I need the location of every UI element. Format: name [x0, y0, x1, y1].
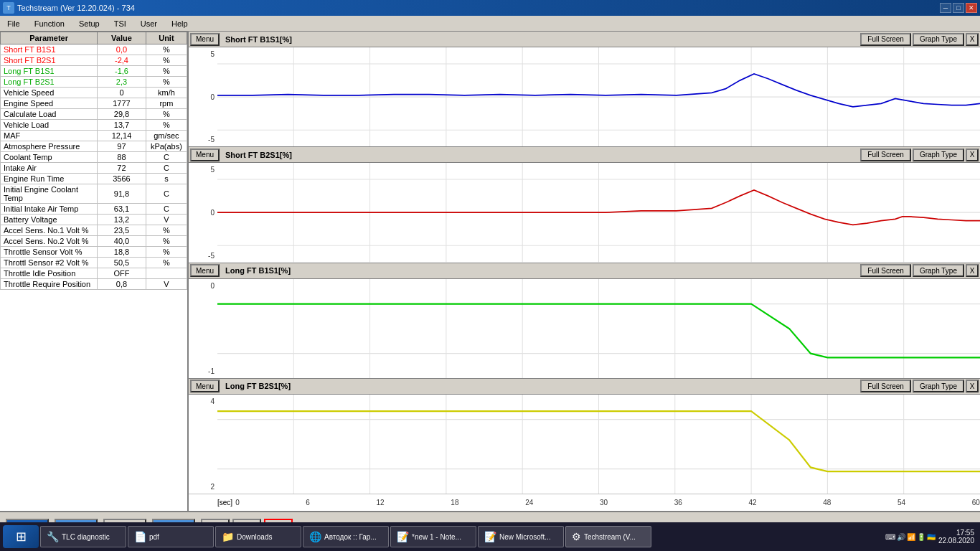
graph1-svg — [217, 47, 980, 146]
menu-help[interactable]: Help — [167, 18, 192, 29]
taskbar-pdf[interactable]: 📄 pdf — [128, 526, 214, 547]
graph3-svg — [217, 279, 980, 378]
tray-icon-5: 🇺🇦 — [927, 533, 936, 541]
graph2-close-button[interactable]: X — [966, 149, 979, 161]
graph1-title: Short FT B1S1[%] — [225, 35, 292, 44]
param-unit-cell: C — [146, 163, 187, 174]
table-row: Engine Run Time3566s — [1, 174, 187, 184]
menu-tsi[interactable]: TSI — [110, 18, 131, 29]
param-value-cell: 18,8 — [98, 247, 146, 258]
minimize-button[interactable]: ─ — [940, 3, 951, 13]
graph2-svg — [217, 163, 980, 262]
title-bar-buttons: ─ □ ✕ — [940, 3, 977, 13]
param-value-cell: -2,4 — [98, 55, 146, 66]
taskbar: ⊞ 🔧 TLC diagnostic 📄 pdf 📁 Downloads 🌐 А… — [0, 522, 980, 551]
graph2-area: 5 0 -5 — [189, 163, 980, 262]
menu-file[interactable]: File — [3, 18, 24, 29]
parameter-table-panel: Parameter Value Unit Short FT B1S10,0%Sh… — [0, 32, 189, 511]
param-unit-cell: % — [146, 109, 187, 120]
table-row: Throttle Sensor Volt %18,8% — [1, 247, 187, 258]
tray-icon-2: 🔊 — [897, 533, 905, 541]
param-name-cell: Vehicle Speed — [1, 88, 98, 98]
param-value-cell: 13,7 — [98, 120, 146, 131]
menu-bar: File Function Setup TSI User Help — [0, 16, 980, 32]
param-value-cell: -1,6 — [98, 66, 146, 77]
graph1-graphtype-button[interactable]: Graph Type — [913, 33, 964, 46]
time-tick-36: 36 — [674, 499, 682, 507]
graph4-area: 4 2 — [189, 395, 980, 494]
taskbar-tlc-label: TLC diagnostic — [62, 533, 110, 541]
graph-row-2: Menu Short FT B2S1[%] Full Screen Graph … — [189, 147, 980, 263]
taskbar-browser-label: Автодок :: Гар... — [324, 533, 377, 541]
taskbar-note1[interactable]: 📝 *new 1 - Note... — [390, 526, 476, 547]
graph2-menu-button[interactable]: Menu — [190, 149, 220, 161]
taskbar-note1-label: *new 1 - Note... — [412, 533, 461, 541]
param-value-cell: 0,0 — [98, 44, 146, 55]
table-row: Intake Air72C — [1, 163, 187, 174]
graph4-plot — [217, 395, 980, 494]
param-value-cell: 0,8 — [98, 279, 146, 290]
taskbar-browser[interactable]: 🌐 Автодок :: Гар... — [303, 526, 389, 547]
graph1-plot — [217, 47, 980, 146]
param-value-cell: OFF — [98, 268, 146, 279]
clock-date: 22.08.2020 — [938, 537, 974, 545]
param-name-cell: Coolant Temp — [1, 152, 98, 163]
title-bar-left: T Techstream (Ver 12.20.024) - 734 — [3, 2, 135, 14]
graph4-fullscreen-button[interactable]: Full Screen — [860, 380, 911, 392]
clock-display: 17:55 22.08.2020 — [938, 529, 974, 545]
taskbar-word[interactable]: 📝 New Microsoft... — [478, 526, 564, 547]
graph3-title: Long FT B1S1[%] — [225, 266, 291, 275]
graph4-menu-button[interactable]: Menu — [190, 380, 220, 392]
start-button[interactable]: ⊞ — [3, 525, 39, 548]
table-row: Vehicle Speed0km/h — [1, 88, 187, 98]
taskbar-note1-icon: 📝 — [397, 531, 409, 542]
taskbar-pdf-label: pdf — [149, 533, 159, 541]
graph1-area: 5 0 -5 — [189, 47, 980, 146]
col-header-value: Value — [98, 32, 146, 44]
close-button[interactable]: ✕ — [966, 3, 977, 13]
graph2-graphtype-button[interactable]: Graph Type — [913, 149, 964, 161]
graph1-fullscreen-button[interactable]: Full Screen — [860, 33, 911, 46]
time-axis-label: [sec] — [217, 499, 232, 507]
graph4-close-button[interactable]: X — [966, 380, 979, 392]
graph1-close-button[interactable]: X — [966, 33, 979, 46]
time-axis: 0 6 12 18 24 30 36 42 48 54 60 — [235, 499, 980, 507]
graph2-title: Short FT B2S1[%] — [225, 151, 292, 159]
param-name-cell: Throttl Sensor #2 Volt % — [1, 258, 98, 268]
param-name-cell: Calculate Load — [1, 109, 98, 120]
col-header-unit: Unit — [146, 32, 187, 44]
parameter-table: Parameter Value Unit Short FT B1S10,0%Sh… — [0, 32, 187, 290]
param-name-cell: Throttle Sensor Volt % — [1, 247, 98, 258]
menu-user[interactable]: User — [136, 18, 161, 29]
param-value-cell: 40,0 — [98, 236, 146, 247]
param-unit-cell: % — [146, 55, 187, 66]
graph3-close-button[interactable]: X — [966, 264, 979, 277]
taskbar-downloads[interactable]: 📁 Downloads — [215, 526, 301, 547]
taskbar-tlc[interactable]: 🔧 TLC diagnostic — [40, 526, 126, 547]
param-value-cell: 72 — [98, 163, 146, 174]
param-value-cell: 12,14 — [98, 131, 146, 141]
table-row: Short FT B1S10,0% — [1, 44, 187, 55]
param-name-cell: Accel Sens. No.2 Volt % — [1, 236, 98, 247]
graph4-title: Long FT B2S1[%] — [225, 382, 291, 390]
graph3-fullscreen-button[interactable]: Full Screen — [860, 264, 911, 277]
maximize-button[interactable]: □ — [953, 3, 964, 13]
graph3-menu-button[interactable]: Menu — [190, 264, 220, 277]
graph2-fullscreen-button[interactable]: Full Screen — [860, 149, 911, 161]
table-row: Coolant Temp88C — [1, 152, 187, 163]
param-unit-cell: % — [146, 77, 187, 88]
menu-function[interactable]: Function — [30, 18, 69, 29]
taskbar-techstream[interactable]: ⚙ Techstream (V... — [565, 526, 651, 547]
table-row: Throttl Sensor #2 Volt %50,5% — [1, 258, 187, 268]
param-name-cell: Long FT B1S1 — [1, 66, 98, 77]
param-unit-cell: % — [146, 247, 187, 258]
taskbar-downloads-icon: 📁 — [222, 531, 234, 542]
graph3-graphtype-button[interactable]: Graph Type — [913, 264, 964, 277]
graph1-menu-button[interactable]: Menu — [190, 33, 220, 46]
menu-setup[interactable]: Setup — [75, 18, 104, 29]
time-tick-42: 42 — [748, 499, 756, 507]
graph4-graphtype-button[interactable]: Graph Type — [913, 380, 964, 392]
table-row: Accel Sens. No.2 Volt %40,0% — [1, 236, 187, 247]
app-icon: T — [3, 2, 14, 14]
param-name-cell: Vehicle Load — [1, 120, 98, 131]
